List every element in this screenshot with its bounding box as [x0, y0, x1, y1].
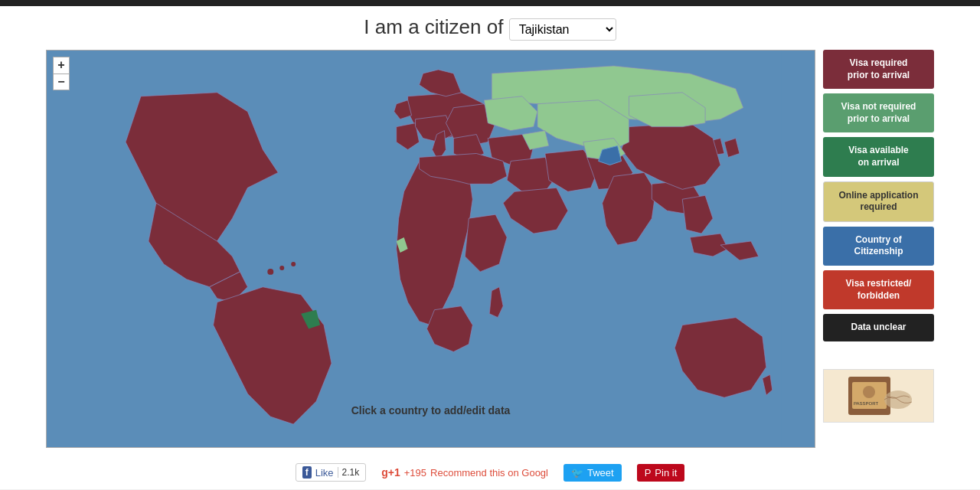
main-container: + −: [0, 50, 980, 456]
citizen-title: I am a citizen of Tajikistan Afghanistan…: [0, 15, 980, 41]
tweet-icon: 🐦: [571, 467, 583, 479]
tweet-button[interactable]: 🐦 Tweet: [564, 464, 622, 482]
svg-point-1: [267, 269, 273, 275]
like-label: Like: [315, 467, 334, 479]
header-section: I am a citizen of Tajikistan Afghanistan…: [0, 6, 980, 50]
title-prefix: I am a citizen of: [364, 15, 503, 38]
svg-point-2: [279, 266, 284, 270]
legend-data-unclear[interactable]: Data unclear: [823, 314, 934, 341]
country-select[interactable]: Tajikistan Afghanistan Albania Algeria T…: [509, 18, 616, 41]
gplus-label: Recommend this on Googl: [430, 467, 548, 479]
pin-label: Pin it: [655, 467, 677, 479]
facebook-like[interactable]: f Like 2.1k: [296, 463, 367, 482]
footer-bar: f Like 2.1k g+1 +195 Recommend this on G…: [0, 456, 980, 489]
legend-container: Visa requiredprior to arrival Visa not r…: [823, 50, 934, 448]
map-click-hint: Click a country to add/edit data: [351, 404, 511, 416]
legend-visa-restricted[interactable]: Visa restricted/forbidden: [823, 270, 934, 309]
svg-point-6: [863, 386, 875, 398]
world-map-svg: [47, 51, 815, 447]
legend-visa-required[interactable]: Visa requiredprior to arrival: [823, 50, 934, 89]
legend-country-citizenship[interactable]: Country ofCitizenship: [823, 227, 934, 266]
legend-online-application[interactable]: Online applicationrequired: [823, 181, 934, 222]
svg-point-3: [291, 262, 296, 266]
legend-visa-on-arrival[interactable]: Visa availableon arrival: [823, 137, 934, 176]
fb-count: 2.1k: [338, 467, 360, 478]
top-bar: [0, 0, 980, 6]
tweet-label: Tweet: [587, 467, 614, 479]
facebook-icon: f: [302, 466, 312, 479]
legend-visa-not-required[interactable]: Visa not requiredprior to arrival: [823, 93, 934, 132]
map-controls: + −: [53, 57, 70, 90]
pinterest-icon: P: [645, 467, 652, 479]
zoom-in-button[interactable]: +: [53, 57, 70, 74]
google-plus[interactable]: g+1 +195 Recommend this on Googl: [381, 466, 548, 479]
zoom-out-button[interactable]: −: [53, 74, 70, 90]
pinterest-button[interactable]: P Pin it: [637, 464, 685, 482]
svg-text:PASSPORT: PASSPORT: [854, 401, 878, 406]
gplus-icon: g+1: [381, 466, 400, 479]
map-container[interactable]: + −: [46, 50, 815, 448]
gplus-count: +195: [404, 467, 426, 479]
legend-image[interactable]: PASSPORT: [823, 369, 934, 423]
